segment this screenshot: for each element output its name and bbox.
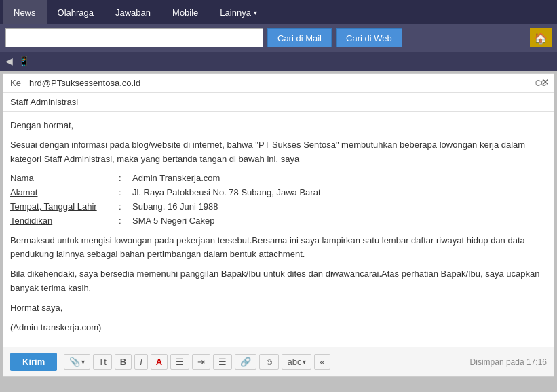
ttl-label: Tempat, Tanggal Lahir — [10, 200, 119, 214]
cari-web-label: Cari di Web — [346, 33, 392, 43]
nav-label-mobile: Mobile — [172, 7, 198, 18]
nav-item-jawaban[interactable]: Jawaban — [104, 0, 161, 24]
format-text-label: Tt — [98, 357, 107, 367]
info-row-ttl: Tempat, Tanggal Lahir : Subang, 16 Juni … — [10, 200, 547, 214]
closing: Hormat saya, — [10, 301, 547, 315]
email-subject-row: Staff Administrasi — [3, 93, 554, 112]
subject-value: Staff Administrasi — [10, 97, 78, 107]
kirim-button[interactable]: Kirim — [10, 353, 57, 371]
paragraph2: Bermaksud untuk mengisi lowongan pada pe… — [10, 234, 547, 262]
email-to-row: Ke hrd@PTsuksessentosa.co.id CC — [3, 74, 554, 93]
attach-chevron-icon: ▾ — [81, 358, 85, 366]
close-button[interactable]: ✕ — [541, 77, 550, 87]
spellcheck-chevron-icon: ▾ — [303, 358, 306, 366]
attach-button[interactable]: 📎 ▾ — [64, 354, 90, 370]
pendidikan-colon: : — [119, 214, 132, 229]
nav-item-mobile[interactable]: Mobile — [161, 0, 209, 24]
format-text-button[interactable]: Tt — [93, 354, 112, 370]
email-body: Dengan hormat, Sesuai dengan informasi p… — [3, 112, 554, 347]
nav-item-olahraga[interactable]: Olahraga — [47, 0, 104, 24]
ttl-value: Subang, 16 Juni 1988 — [132, 200, 218, 214]
signature: (Admin transkerja.com) — [10, 321, 547, 335]
indent-button[interactable]: ⇥ — [192, 354, 210, 370]
more-options-button[interactable]: « — [314, 354, 330, 370]
greeting: Dengan hormat, — [10, 119, 547, 133]
alamat-value: Jl. Raya Patokbeusi No. 78 Subang, Jawa … — [132, 186, 321, 200]
nav-label-jawaban: Jawaban — [115, 7, 151, 18]
back-icon[interactable]: ◀ — [5, 56, 13, 66]
italic-label: I — [140, 357, 142, 367]
spellcheck-label: abc — [287, 357, 301, 367]
nama-value: Admin Transkerja.com — [132, 172, 220, 186]
bold-label: B — [120, 357, 126, 367]
intro-paragraph: Sesuai dengan informasi pada blog/websit… — [10, 138, 547, 167]
ttl-colon: : — [119, 200, 132, 214]
font-color-label: A — [156, 357, 162, 367]
info-table: Nama : Admin Transkerja.com Alamat : Jl.… — [10, 172, 547, 228]
icon-row: ◀ 📱 — [0, 52, 557, 71]
nav-label-olahraga: Olahraga — [58, 7, 94, 18]
to-label: Ke — [10, 78, 24, 88]
nav-label-lainnya: Lainnya — [220, 7, 251, 18]
to-value: hrd@PTsuksessentosa.co.id — [29, 78, 530, 88]
info-row-alamat: Alamat : Jl. Raya Patokbeusi No. 78 Suba… — [10, 186, 547, 200]
pendidikan-value: SMA 5 Negeri Cakep — [132, 214, 214, 229]
info-row-nama: Nama : Admin Transkerja.com — [10, 172, 547, 186]
nav-item-lainnya[interactable]: Lainnya ▾ — [209, 0, 268, 24]
nav-label-news: News — [14, 7, 36, 18]
search-bar: Cari di Mail Cari di Web 🏠 — [0, 24, 557, 52]
more-options-icon: « — [320, 357, 324, 367]
compose-toolbar: Kirim 📎 ▾ Tt B I A ☰ ⇥ ☰ 🔗 ☺ — [3, 347, 554, 376]
saved-status: Disimpan pada 17:16 — [470, 357, 547, 367]
home-button[interactable]: 🏠 — [530, 28, 552, 47]
attach-icon: 📎 — [69, 357, 80, 367]
link-button[interactable]: 🔗 — [235, 354, 256, 370]
search-input[interactable] — [5, 28, 263, 47]
bold-button[interactable]: B — [115, 354, 132, 370]
list-button[interactable]: ☰ — [170, 354, 189, 370]
nav-bar: News Olahraga Jawaban Mobile Lainnya ▾ — [0, 0, 557, 24]
emoji-button[interactable]: ☺ — [259, 354, 279, 370]
align-icon: ☰ — [218, 357, 227, 367]
mobile-icon[interactable]: 📱 — [18, 56, 30, 66]
align-button[interactable]: ☰ — [213, 354, 232, 370]
font-color-button[interactable]: A — [151, 354, 168, 370]
alamat-label: Alamat — [10, 186, 119, 200]
info-row-pendidikan: Tendidikan : SMA 5 Negeri Cakep — [10, 214, 547, 229]
nama-label: Nama — [10, 172, 119, 186]
emoji-icon: ☺ — [265, 357, 273, 367]
home-icon: 🏠 — [534, 32, 548, 45]
list-icon: ☰ — [176, 357, 184, 367]
link-icon: 🔗 — [240, 357, 251, 367]
kirim-label: Kirim — [22, 357, 45, 367]
cari-di-web-button[interactable]: Cari di Web — [336, 28, 402, 47]
pendidikan-label: Tendidikan — [10, 214, 119, 229]
email-compose: ✕ Ke hrd@PTsuksessentosa.co.id CC Staff … — [3, 73, 554, 377]
cari-di-mail-button[interactable]: Cari di Mail — [267, 28, 332, 47]
nama-colon: : — [119, 172, 132, 186]
cari-mail-label: Cari di Mail — [277, 33, 322, 43]
italic-button[interactable]: I — [134, 354, 148, 370]
indent-icon: ⇥ — [197, 357, 205, 367]
paragraph3: Bila dikehendaki, saya bersedia memenuhi… — [10, 267, 547, 296]
nav-item-news[interactable]: News — [3, 0, 47, 24]
spellcheck-button[interactable]: abc ▾ — [282, 354, 311, 370]
chevron-down-icon: ▾ — [254, 9, 257, 16]
alamat-colon: : — [119, 186, 132, 200]
